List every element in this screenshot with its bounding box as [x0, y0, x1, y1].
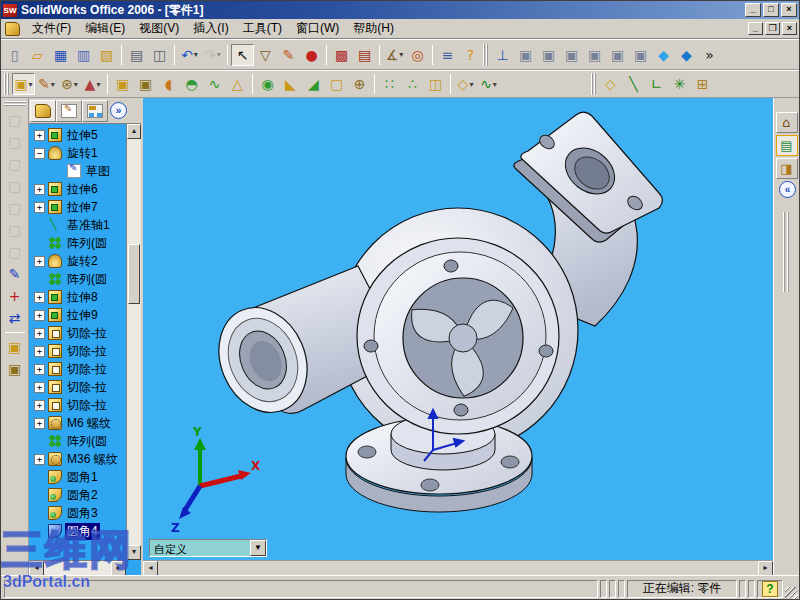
isometric-view-button[interactable]: ◆	[652, 44, 675, 66]
solidworks-resources-tab[interactable]: ▤	[776, 135, 798, 156]
menu-item[interactable]: 视图(V)	[132, 18, 186, 39]
scroll-right-icon[interactable]: ▸	[111, 561, 126, 576]
task-pane-splitter[interactable]	[783, 212, 790, 292]
tree-expander[interactable]: +	[34, 130, 45, 141]
tree-item[interactable]: 草图	[29, 162, 126, 180]
dropdown-arrow-icon[interactable]: ▾	[493, 80, 497, 89]
undo-button[interactable]: ↶▾	[178, 44, 201, 66]
tree-item[interactable]: +拉伸9	[29, 306, 126, 324]
tree-expander[interactable]: +	[34, 328, 45, 339]
tree-item[interactable]: +M36 螺纹	[29, 450, 126, 468]
maximize-button[interactable]: □	[763, 3, 779, 17]
help-button[interactable]: ?	[459, 44, 482, 66]
configuration-manager-tab[interactable]	[82, 100, 108, 122]
viewport-horizontal-scrollbar[interactable]: ◂ ▸	[143, 560, 773, 575]
print-button[interactable]: ▤	[125, 44, 148, 66]
tree-horizontal-scrollbar[interactable]: ◂ ▸	[29, 560, 126, 575]
tree-item[interactable]: +切除-拉	[29, 342, 126, 360]
scroll-left-icon[interactable]: ◂	[143, 561, 158, 575]
chamfer-button[interactable]: ◣	[279, 73, 302, 95]
options-button[interactable]: ≡	[436, 44, 459, 66]
curve-button[interactable]: ∿▾	[477, 73, 500, 95]
normal-to-button[interactable]: ⊥	[491, 44, 514, 66]
check-entity-button[interactable]: ◎	[406, 44, 429, 66]
menu-item[interactable]: 插入(I)	[186, 18, 235, 39]
tree-expander[interactable]: +	[34, 454, 45, 465]
mate-reference-button[interactable]: ⊞	[691, 73, 714, 95]
tree-panel-chevron-button[interactable]: »	[110, 102, 127, 119]
right-view-button[interactable]: ▣	[583, 44, 606, 66]
make-drawing-from-part-button[interactable]: ▥	[72, 44, 95, 66]
tree-item[interactable]: 基准轴1	[29, 216, 126, 234]
save-button[interactable]: ▦	[49, 44, 72, 66]
make-assembly-from-part-button[interactable]: ▧	[95, 44, 118, 66]
tree-item[interactable]: +切除-拉	[29, 324, 126, 342]
move-copy-button[interactable]: ⇄	[3, 307, 27, 329]
selection-filter-button[interactable]: ▽	[254, 44, 277, 66]
tree-item[interactable]: 阵列(圆	[29, 270, 126, 288]
tree-expander[interactable]: +	[34, 310, 45, 321]
tree-item[interactable]: −旋转1	[29, 144, 126, 162]
task-pane-collapse-button[interactable]: «	[779, 181, 796, 198]
open-button[interactable]: ▱	[26, 44, 49, 66]
print-preview-button[interactable]: ◫	[148, 44, 171, 66]
extruded-cut-button[interactable]: ▣	[134, 73, 157, 95]
selection-tools-flyout-button[interactable]: ▲▾	[81, 73, 104, 95]
menu-item[interactable]: 文件(F)	[25, 18, 78, 39]
view-combo[interactable]: 自定义 ▼	[149, 539, 267, 557]
close-button[interactable]: ×	[781, 3, 797, 17]
tree-item[interactable]: 圆角2	[29, 486, 126, 504]
reference-plane-button[interactable]: ◇▾	[454, 73, 477, 95]
tree-vertical-scrollbar[interactable]: ▴ ▾	[126, 124, 141, 560]
scroll-right-icon[interactable]: ▸	[758, 561, 773, 575]
toolbar-grip[interactable]	[4, 73, 9, 95]
linear-pattern-button[interactable]: ∷	[378, 73, 401, 95]
dropdown-arrow-icon[interactable]: ▾	[96, 80, 100, 89]
minimize-button[interactable]: _	[745, 3, 761, 17]
home-tab[interactable]: ⌂	[776, 112, 798, 133]
tree-expander[interactable]: +	[34, 364, 45, 375]
tree-item[interactable]: 圆角3	[29, 504, 126, 522]
dropdown-arrow-icon[interactable]: ▾	[469, 80, 473, 89]
tree-item[interactable]: 圆角1	[29, 468, 126, 486]
menu-item[interactable]: 工具(T)	[236, 18, 289, 39]
tree-expander[interactable]: +	[34, 202, 45, 213]
revolved-boss-button[interactable]: ◖	[157, 73, 180, 95]
extruded-cut-side-button[interactable]: ▣	[3, 358, 27, 380]
lofted-boss-button[interactable]: △	[226, 73, 249, 95]
select-button[interactable]: ↖	[231, 44, 254, 66]
hole-wizard-button[interactable]: ⊕	[348, 73, 371, 95]
toolbar-grip[interactable]	[4, 101, 26, 106]
design-library-tab[interactable]: ◨	[776, 158, 798, 179]
features-flyout-button[interactable]: ▣▾	[12, 73, 35, 95]
fillet-button[interactable]: ◉	[256, 73, 279, 95]
measure-button[interactable]: ∡▾	[383, 44, 406, 66]
menu-item[interactable]: 帮助(H)	[346, 18, 401, 39]
coordinate-system-button[interactable]: ∟	[645, 73, 668, 95]
color-palette-button[interactable]: ▩	[330, 44, 353, 66]
doc-restore-button[interactable]: ❒	[765, 22, 780, 35]
rib-button[interactable]: ◢	[302, 73, 325, 95]
tree-item[interactable]: +拉伸5	[29, 126, 126, 144]
tree-item[interactable]: +切除-拉	[29, 396, 126, 414]
menu-item[interactable]: 窗口(W)	[289, 18, 346, 39]
lights-button[interactable]: ●	[300, 44, 323, 66]
scroll-left-icon[interactable]: ◂	[29, 561, 44, 576]
resize-grip[interactable]	[785, 587, 798, 600]
scroll-up-icon[interactable]: ▴	[127, 124, 141, 139]
sketch-flyout-button[interactable]: ✎▾	[35, 73, 58, 95]
property-manager-tab[interactable]	[56, 100, 82, 122]
sketch-button[interactable]: ✎	[3, 263, 27, 285]
dropdown-arrow-icon[interactable]: ▾	[74, 80, 78, 89]
tree-expander[interactable]: +	[34, 256, 45, 267]
mirror-button[interactable]: ◫	[424, 73, 447, 95]
tree-expander[interactable]: +	[34, 418, 45, 429]
edit-color-button[interactable]: ✎	[277, 44, 300, 66]
swept-boss-button[interactable]: ∿	[203, 73, 226, 95]
tree-expander[interactable]: +	[34, 184, 45, 195]
tree-expander[interactable]: +	[34, 292, 45, 303]
dropdown-arrow-icon[interactable]: ▾	[29, 80, 33, 89]
tree-expander[interactable]: +	[34, 382, 45, 393]
trimetric-view-button[interactable]: ◆	[675, 44, 698, 66]
dropdown-arrow-icon[interactable]: ▾	[51, 80, 55, 89]
